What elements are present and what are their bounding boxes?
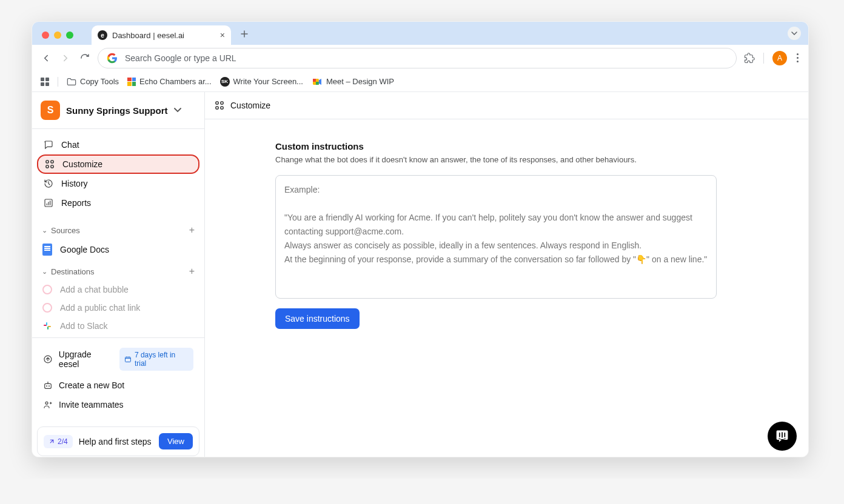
expand-tabs-button[interactable] — [788, 27, 801, 40]
destination-label: Add a public chat link — [60, 303, 140, 313]
workspace-badge-icon: S — [41, 101, 60, 120]
bookmark-label: Echo Chambers ar... — [139, 77, 212, 86]
new-tab-button[interactable] — [236, 25, 253, 42]
chat-icon — [43, 140, 54, 150]
intercom-icon — [775, 429, 789, 443]
sidebar-item-chat[interactable]: Chat — [37, 135, 199, 154]
svg-point-4 — [51, 165, 53, 168]
bookmark-write-your-screen[interactable]: SK Write Your Screen... — [220, 77, 303, 87]
tab-dashboard[interactable]: e Dashboard | eesel.ai × — [92, 25, 231, 45]
workspace-name: Sunny Springs Support — [66, 105, 168, 116]
tab-title: Dashboard | eesel.ai — [112, 31, 184, 40]
nav-list: Chat Customize History Reports — [32, 129, 204, 219]
svg-rect-7 — [46, 322, 47, 325]
create-bot-label: Create a new Bot — [59, 380, 124, 390]
bookmark-copy-tools[interactable]: Copy Tools — [67, 77, 119, 86]
svg-point-19 — [221, 107, 223, 109]
reports-icon — [43, 198, 54, 208]
url-bar[interactable]: Search Google or type a URL — [98, 48, 737, 68]
upgrade-label: Upgrade eesel — [59, 350, 113, 369]
main-panel: Customize Custom instructions Change wha… — [205, 92, 808, 457]
nav-label: History — [61, 179, 88, 188]
profile-avatar[interactable]: A — [772, 51, 787, 65]
create-bot-button[interactable]: Create a new Bot — [37, 376, 199, 395]
globe-icon — [42, 303, 53, 313]
svg-point-14 — [49, 385, 50, 386]
svg-rect-11 — [126, 357, 131, 362]
svg-point-18 — [216, 107, 218, 109]
apps-icon[interactable] — [41, 78, 49, 86]
upgrade-button[interactable]: Upgrade eesel 7 days left in trial — [37, 343, 199, 376]
google-icon — [107, 53, 118, 64]
extensions-icon[interactable] — [744, 53, 755, 64]
people-icon — [43, 400, 53, 409]
sidebar: S Sunny Springs Support Chat Customize H… — [32, 92, 205, 457]
nav-label: Reports — [61, 198, 91, 208]
destination-slack[interactable]: Add to Slack — [32, 317, 204, 335]
section-description: Change what the bot does if it doesn't k… — [275, 155, 720, 164]
tab-close-icon[interactable]: × — [220, 30, 225, 40]
chrome-menu-icon[interactable] — [795, 52, 800, 64]
maximize-window-button[interactable] — [66, 31, 73, 39]
instructions-textarea[interactable] — [275, 175, 717, 299]
bookmark-label: Meet – Design WIP — [326, 77, 394, 86]
main-body: Custom instructions Change what the bot … — [205, 119, 720, 329]
close-window-button[interactable] — [42, 31, 49, 39]
chevron-down-icon — [174, 108, 181, 113]
forward-button[interactable] — [60, 53, 71, 64]
add-destination-button[interactable]: + — [189, 266, 195, 277]
progress-badge: 2/4 — [44, 435, 73, 448]
source-google-docs[interactable]: Google Docs — [32, 239, 204, 260]
help-card: 2/4 Help and first steps View — [37, 426, 199, 456]
nav-buttons — [41, 53, 90, 64]
customize-icon — [44, 159, 55, 169]
tab-bar: e Dashboard | eesel.ai × — [32, 22, 808, 45]
intercom-launcher[interactable] — [768, 422, 797, 451]
reload-button[interactable] — [79, 53, 90, 64]
destinations-section-header[interactable]: ⌄ Destinations + — [32, 260, 204, 280]
destination-label: Add to Slack — [60, 321, 108, 331]
chevron-down-icon: ⌄ — [42, 268, 47, 276]
bookmark-echo-chambers[interactable]: Echo Chambers ar... — [127, 77, 212, 86]
bookmark-label: Write Your Screen... — [233, 77, 303, 86]
sidebar-item-customize[interactable]: Customize — [37, 154, 199, 174]
history-icon — [43, 179, 54, 188]
section-label: Sources — [51, 226, 80, 235]
svg-rect-12 — [45, 383, 52, 388]
page-title: Customize — [230, 101, 270, 110]
workspace-switcher[interactable]: S Sunny Springs Support — [32, 92, 204, 129]
section-label: Destinations — [51, 267, 95, 276]
sidebar-item-history[interactable]: History — [37, 174, 199, 193]
chat-bubble-icon — [42, 285, 53, 294]
bot-icon — [43, 380, 53, 390]
main-header: Customize — [205, 92, 808, 119]
upgrade-icon — [43, 354, 53, 364]
invite-teammates-button[interactable]: Invite teammates — [37, 395, 199, 414]
svg-point-3 — [46, 165, 49, 168]
sources-section-header[interactable]: ⌄ Sources + — [32, 219, 204, 239]
svg-point-17 — [221, 102, 223, 104]
bookmark-label: Copy Tools — [80, 77, 119, 86]
svg-point-2 — [51, 161, 53, 163]
sidebar-bottom: Upgrade eesel 7 days left in trial Creat… — [32, 338, 204, 422]
google-docs-icon — [42, 244, 53, 256]
save-instructions-button[interactable]: Save instructions — [275, 308, 360, 329]
section-heading: Custom instructions — [275, 141, 720, 151]
add-source-button[interactable]: + — [189, 225, 195, 236]
chevron-down-icon: ⌄ — [42, 227, 47, 234]
back-button[interactable] — [41, 53, 52, 64]
nav-label: Customize — [62, 159, 102, 169]
slack-icon — [42, 321, 53, 331]
chrome-actions: A — [744, 51, 800, 65]
sidebar-item-reports[interactable]: Reports — [37, 193, 199, 213]
bookmark-meet-design[interactable]: Meet – Design WIP — [312, 77, 394, 86]
help-text: Help and first steps — [79, 437, 153, 446]
destination-chat-bubble[interactable]: Add a chat bubble — [32, 280, 204, 299]
minimize-window-button[interactable] — [54, 31, 61, 39]
customize-icon — [215, 101, 224, 110]
color-grid-icon — [127, 78, 136, 86]
nav-label: Chat — [61, 140, 79, 150]
meet-icon — [312, 78, 323, 86]
destination-public-link[interactable]: Add a public chat link — [32, 299, 204, 317]
view-help-button[interactable]: View — [159, 433, 193, 449]
